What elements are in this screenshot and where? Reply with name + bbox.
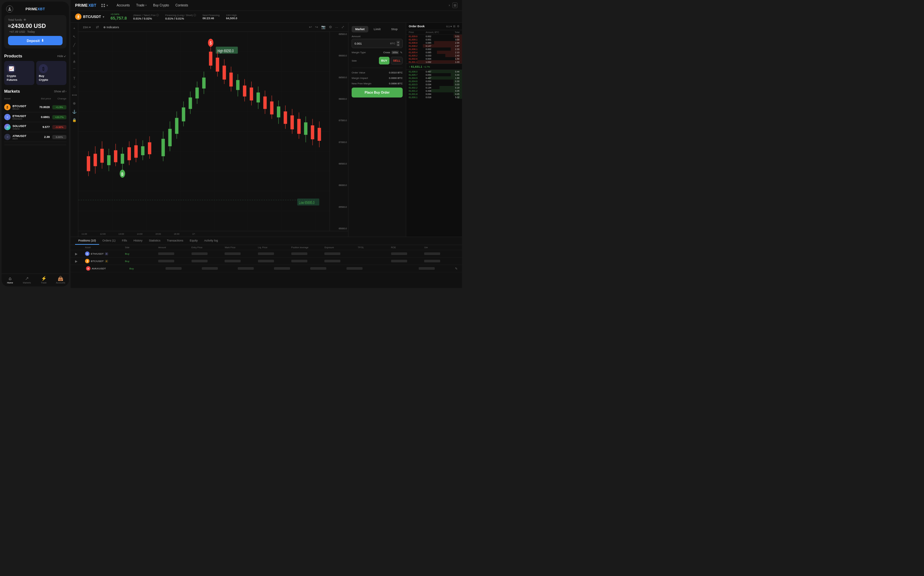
layout-icon[interactable]: ⊟ [452, 3, 458, 8]
pair-dropdown[interactable]: ▾ [102, 15, 104, 19]
tool-text[interactable]: T [72, 75, 77, 81]
tab-market[interactable]: Market [352, 26, 368, 32]
ob-buy-row[interactable]: 61,633.5 0.034 0.03 [406, 83, 462, 86]
ob-sell-row[interactable]: 61,631.1 1.032 1.03 [406, 60, 462, 64]
tab-stop[interactable]: Stop [386, 26, 403, 32]
hide-button[interactable]: Hide ↙ [57, 54, 66, 58]
tool-fork[interactable]: ⋔ [72, 59, 77, 64]
product-cards: 📈 CryptoFutures ₿ BuyCrypto [4, 61, 66, 85]
amount-down[interactable]: ▼ [397, 43, 400, 46]
ob-buy-row[interactable]: 61,630.1 0.018 5.02 [406, 96, 462, 99]
amount-up[interactable]: ▲ [397, 41, 400, 43]
timeframe-selector[interactable]: 15m▾ [82, 25, 92, 29]
ob-settings-icon[interactable]: ⚙ [457, 25, 460, 28]
tool-line[interactable]: ╱ [72, 42, 77, 48]
nav-grid[interactable]: ▾ [101, 4, 108, 7]
undo-icon[interactable]: ↩ [308, 24, 312, 30]
compare-icon[interactable]: ⇄ [95, 24, 99, 30]
tool-lines[interactable]: ≡ [72, 50, 77, 56]
place-order-button[interactable]: Place Buy Order [352, 88, 403, 98]
expand-icon[interactable]: › [449, 3, 450, 7]
nav-accounts[interactable]: Accounts [117, 3, 130, 7]
ob-view-icon[interactable]: ⊞ [453, 25, 456, 28]
nav-trade[interactable]: Trade ▾ [136, 3, 147, 7]
avatar[interactable] [6, 5, 13, 13]
market-row-btc[interactable]: ₿ BTCUSDT Bitcoin 70.8028 +1.5% [4, 102, 66, 112]
order-panel: Market Limit Stop Amount BTC ▲ ▼ Margin … [348, 23, 406, 237]
show-all-button[interactable]: Show all › [54, 90, 66, 93]
tool-lock[interactable]: 🔒 [72, 117, 77, 123]
ob-sell-row[interactable]: 61,639.1 0.001 3.00 [406, 38, 462, 41]
ob-sell-row[interactable]: 61,638.2 0.147 2.87 [406, 44, 462, 48]
deposit-button[interactable]: Deposit ⬇ [8, 36, 62, 45]
buy-side-btn[interactable]: BUY [379, 57, 389, 64]
market-row-eth[interactable]: Ξ ETHUSDT Ethereum 0.6801 +23.7% [4, 112, 66, 122]
ob-sell-row[interactable]: 61,638.8 0.065 2.94 [406, 41, 462, 44]
tool-anchor[interactable]: ⚓ [72, 109, 77, 115]
ob-sell-row[interactable]: 61,632.6 0.004 1.54 [406, 57, 462, 60]
nav-home[interactable]: ⌂ Home [2, 276, 19, 284]
tab-history[interactable]: History [130, 237, 146, 245]
ob-buy-row[interactable]: 61,634.6 0.034 0.30 [406, 80, 462, 83]
tool-measure[interactable]: ⟺ [72, 92, 77, 98]
ob-buy-row[interactable]: 61,632.2 0.134 0.19 [406, 86, 462, 89]
more-icon[interactable]: ··· [335, 25, 339, 30]
tool-emoji[interactable]: ☺ [72, 84, 77, 90]
ob-sell-row[interactable]: 61,639.6 0.002 3.01 [406, 35, 462, 38]
sell-side-btn[interactable]: SELL [391, 57, 403, 64]
markets-title: Markets [4, 89, 20, 94]
ob-buy-row[interactable]: 61,631.8 0.034 0.05 [406, 92, 462, 96]
market-row-atm[interactable]: ⚛ ATMUSDT Atom 2.39 0.00% [4, 132, 66, 142]
expand-btc[interactable]: ▶ [75, 259, 85, 263]
order-value: 0.0010 BTC [389, 71, 403, 74]
indicators-btn[interactable]: ⊕ Indicators [102, 25, 120, 29]
side-row: Side BUY SELL [352, 57, 403, 64]
ob-buy-row[interactable]: 61,631.2 0.438 0.05 [406, 89, 462, 92]
pair-name[interactable]: BTC/USDT [83, 15, 101, 19]
tab-orders[interactable]: Orders (1) [99, 237, 119, 245]
nav-buy-crypto[interactable]: Buy Crypto [153, 3, 169, 7]
nav-contests[interactable]: Contests [176, 3, 188, 7]
tool-crosshair[interactable]: + [72, 26, 77, 31]
price-block: +0.94% 65,757.8 [110, 13, 127, 21]
redo-icon[interactable]: ↪ [314, 24, 319, 30]
tab-positions[interactable]: Positions (10) [75, 237, 99, 245]
tool-pattern[interactable]: ⌒ [72, 67, 77, 73]
margin-type-row: Margin Type Cross 100x ✎ [352, 51, 403, 54]
ob-buy-row[interactable]: 61,634.9 0.447 1.90 [406, 76, 462, 80]
tab-equity[interactable]: Equity [186, 237, 201, 245]
amount-input[interactable] [354, 42, 389, 45]
svg-rect-54 [209, 52, 212, 66]
product-card-futures[interactable]: 📈 CryptoFutures [4, 61, 34, 85]
ob-sell-row[interactable]: 61,635.4 0.065 2.10 [406, 51, 462, 54]
product-card-buy[interactable]: ₿ BuyCrypto [36, 61, 66, 85]
expand-eth[interactable]: ▶ [75, 252, 85, 256]
nav-trade[interactable]: ⚡ Trade [35, 276, 52, 284]
margin-impact: 0.0000 BTC [389, 77, 403, 80]
tab-statistics[interactable]: Statistics [146, 237, 163, 245]
edit-position-icon[interactable]: ✎ [455, 267, 458, 270]
ob-buy-row[interactable]: 61,636.0 0.447 0.44 [406, 70, 462, 73]
tab-transactions[interactable]: Transactions [163, 237, 186, 245]
ob-size-selector[interactable]: 0.1 ▾ [446, 25, 452, 28]
nav-markets[interactable]: ↗ Markets [19, 276, 35, 284]
ob-buy-row[interactable]: 61,635.7 0.054 0.44 [406, 73, 462, 76]
tool-magnify[interactable]: ⊕ [72, 101, 77, 106]
futures-label: CryptoFutures [7, 74, 17, 82]
btc-icon: ₿ [4, 104, 11, 110]
nav-accounts[interactable]: 👜 Accounts [52, 276, 69, 284]
fullscreen-icon[interactable]: ⤢ [341, 24, 345, 30]
tool-cursor[interactable]: ↖ [72, 34, 77, 40]
camera-icon[interactable]: 📷 [320, 24, 326, 30]
market-row-sol[interactable]: ◎ SOLUSDT Solana 9.577 -3.32% [4, 122, 66, 132]
tab-limit[interactable]: Limit [369, 26, 386, 32]
hide-funds-icon[interactable]: 👁 [23, 18, 26, 21]
stat-financing: Financing (Long / Short) ⓘ 0.01% / 0.01% [165, 13, 196, 20]
edit-margin-icon[interactable]: ✎ [400, 51, 403, 54]
tab-activity[interactable]: Activity log [201, 237, 221, 245]
ob-sell-row[interactable]: 61,636.1 0.002 2.33 [406, 48, 462, 51]
ob-sell-row[interactable]: 61,635.2 0.033 2.40 [406, 54, 462, 57]
settings-icon[interactable]: ⚙ [328, 24, 333, 30]
svg-rect-82 [290, 115, 294, 129]
tab-fills[interactable]: Fills [119, 237, 130, 245]
